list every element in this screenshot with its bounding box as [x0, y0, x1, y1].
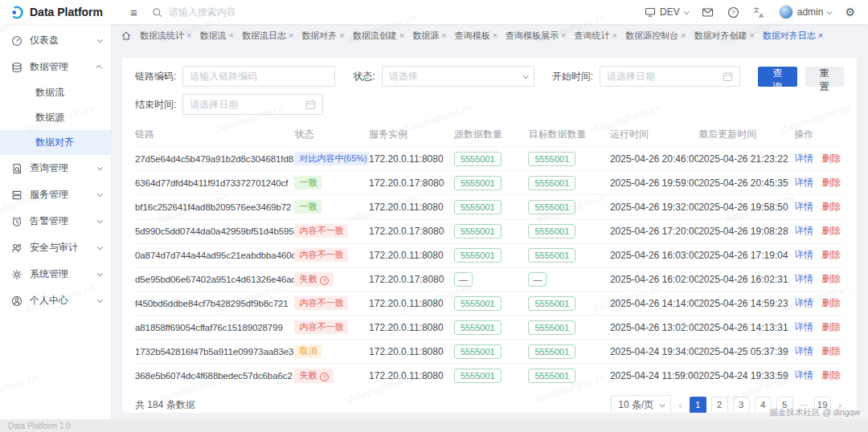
sidebar-item[interactable]: 安全与审计	[0, 234, 111, 261]
tab-item[interactable]: 数据对齐创建×	[694, 30, 754, 42]
chevron-down-icon	[683, 9, 689, 14]
status-select[interactable]: 请选择	[382, 66, 534, 87]
close-icon[interactable]: ×	[493, 31, 497, 40]
start-date-picker[interactable]: 请选择日期	[600, 66, 740, 87]
sidebar-subitem[interactable]: 数据流	[0, 80, 111, 105]
sidebar-subitem[interactable]: 数据对齐	[0, 130, 111, 155]
page-button[interactable]: 3	[733, 397, 750, 414]
table-cell: 2025-04-26 19:59:00	[610, 177, 698, 189]
delete-link[interactable]: 删除	[821, 225, 841, 236]
delete-link[interactable]: 删除	[821, 201, 841, 212]
close-icon[interactable]: ×	[561, 31, 566, 40]
delete-link[interactable]: 删除	[821, 345, 841, 357]
table-cell: 详情删除	[794, 320, 844, 334]
sidebar-subitem[interactable]: 数据源	[0, 105, 111, 130]
page-size-label: 10 条/页	[618, 398, 653, 412]
page-button[interactable]: 1	[690, 397, 706, 414]
detail-link[interactable]: 详情	[794, 201, 813, 212]
sidebar-item[interactable]: 个人中心	[0, 287, 111, 314]
sidebar-item[interactable]: 系统管理	[0, 261, 111, 287]
delete-link[interactable]: 删除	[821, 273, 841, 284]
tab-item[interactable]: 数据源控制台×	[625, 30, 686, 42]
detail-link[interactable]: 详情	[794, 153, 813, 164]
page-button[interactable]: 2	[711, 397, 728, 414]
close-icon[interactable]: ×	[399, 31, 404, 40]
table-row: 5d990c5dd0744da0a42959bf51d4b595内容不一致172…	[135, 218, 844, 242]
source-count-badge: 5555001	[454, 152, 502, 166]
tab-item[interactable]: 查询统计×	[575, 30, 617, 42]
translate-icon[interactable]: 文A	[753, 6, 765, 18]
close-icon[interactable]: ×	[612, 31, 617, 40]
run-time: 2025-04-26 20:46:00	[610, 153, 698, 165]
close-icon[interactable]: ×	[186, 31, 191, 40]
reset-button[interactable]: 重置	[805, 67, 844, 87]
filter-label: 结束时间:	[135, 98, 176, 112]
home-icon	[121, 31, 132, 41]
doc-search-icon	[11, 163, 23, 174]
close-icon[interactable]: ×	[818, 31, 823, 40]
search-input[interactable]	[167, 6, 304, 18]
sidebar-item[interactable]: 数据管理	[0, 54, 111, 80]
tab-item[interactable]: 数据流×	[199, 30, 233, 42]
close-icon[interactable]: ×	[681, 31, 686, 40]
help-icon[interactable]: ?	[727, 6, 739, 18]
close-icon[interactable]: ×	[228, 31, 233, 40]
prev-page-button[interactable]: ‹	[676, 399, 684, 411]
user-menu[interactable]: admin	[779, 5, 832, 19]
tab-item[interactable]: 数据流日志×	[242, 30, 293, 42]
menu-icon[interactable]: ≡	[130, 6, 137, 18]
service-instance: 172.20.0.11:8080	[369, 250, 444, 261]
last-updated: 2025-04-26 16:02:31	[698, 274, 788, 285]
close-icon[interactable]: ×	[441, 31, 446, 40]
page-size-select[interactable]: 10 条/页	[611, 395, 671, 413]
close-icon[interactable]: ×	[289, 31, 293, 40]
tab-item[interactable]: 数据对齐×	[301, 30, 344, 42]
tab-home[interactable]	[121, 31, 132, 41]
close-icon[interactable]: ×	[749, 31, 754, 40]
table-cell: 172.20.0.17:8080	[369, 177, 454, 189]
detail-link[interactable]: 详情	[794, 177, 813, 188]
source-count-badge: 5555001	[454, 248, 502, 263]
detail-link[interactable]: 详情	[794, 321, 813, 332]
delete-link[interactable]: 删除	[821, 153, 841, 164]
tab-item[interactable]: 查询模板展示×	[506, 30, 566, 42]
detail-link[interactable]: 详情	[794, 297, 813, 308]
sidebar-item[interactable]: 仪表盘	[0, 27, 111, 54]
detail-link[interactable]: 详情	[794, 345, 813, 357]
status-badge: 取消	[294, 344, 321, 359]
tab-label: 查询统计	[575, 30, 610, 42]
search-button[interactable]: 查询	[758, 67, 796, 87]
link-id: 5d990c5dd0744da0a42959bf51d4b595	[135, 226, 294, 236]
delete-link[interactable]: 删除	[821, 297, 841, 308]
link-code-input[interactable]	[182, 66, 335, 87]
table-cell: 5555001	[528, 296, 609, 311]
detail-link[interactable]: 详情	[794, 369, 813, 381]
mail-icon[interactable]	[702, 7, 714, 18]
table-cell: 内容不一致	[294, 320, 369, 335]
tab-item[interactable]: 数据流统计×	[140, 30, 191, 42]
tab-item[interactable]: 数据源×	[412, 30, 446, 42]
env-selector[interactable]: DEV	[645, 6, 688, 18]
tab-item[interactable]: 数据对齐日志×	[763, 30, 823, 42]
target-count-badge: 5555001	[528, 224, 575, 238]
tab-item[interactable]: 查询模板×	[455, 30, 497, 42]
table-cell: 取消	[294, 344, 369, 359]
table-cell: 详情删除	[794, 152, 844, 165]
end-date-picker[interactable]: 请选择日期	[182, 94, 323, 115]
tab-item[interactable]: 数据流创建×	[353, 30, 404, 42]
detail-link[interactable]: 详情	[794, 273, 813, 284]
source-count-badge: 5555001	[454, 200, 502, 214]
sidebar-item[interactable]: 服务管理	[0, 181, 111, 208]
sidebar-item[interactable]: 查询管理	[0, 155, 111, 181]
content-card: 链路编码: 状态: 请选择 开始时间: 请选择日期	[122, 58, 857, 413]
tab-label: 查询模板	[455, 30, 490, 42]
sidebar-item[interactable]: 告警管理	[0, 208, 111, 234]
delete-link[interactable]: 删除	[821, 249, 841, 260]
close-icon[interactable]: ×	[339, 31, 344, 40]
delete-link[interactable]: 删除	[821, 369, 841, 381]
detail-link[interactable]: 详情	[794, 249, 813, 260]
gear-icon[interactable]: ⚙	[845, 6, 855, 18]
delete-link[interactable]: 删除	[821, 321, 841, 332]
detail-link[interactable]: 详情	[794, 225, 813, 236]
delete-link[interactable]: 删除	[821, 177, 841, 188]
